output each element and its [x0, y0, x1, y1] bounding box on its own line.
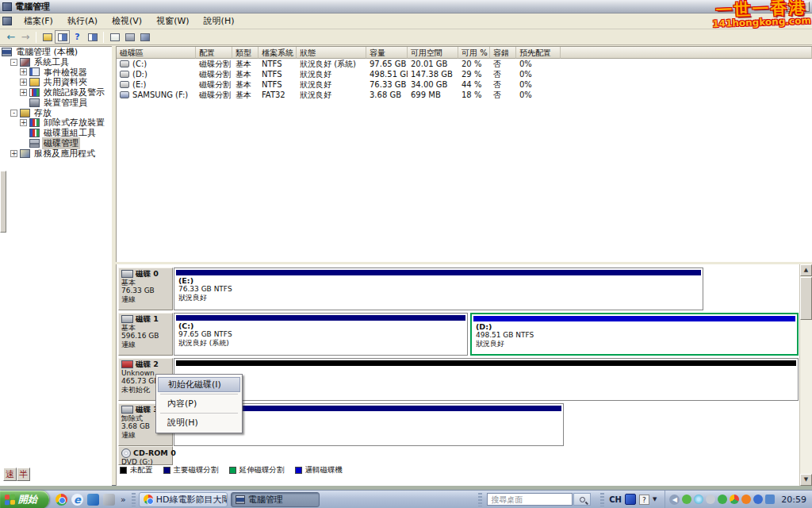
task-button-browser[interactable]: HD綠電影節目大閘... [139, 492, 228, 507]
task-button-computer-management[interactable]: 電腦管理 [231, 492, 320, 507]
cell-type: 基本 [232, 90, 259, 101]
expand-icon[interactable]: + [20, 68, 27, 75]
settings-icon[interactable] [137, 30, 152, 44]
column-header-type[interactable]: 類型 [232, 47, 259, 59]
cell-freespace: 20.01 GB [408, 60, 458, 68]
tray-icon[interactable] [730, 495, 739, 504]
forward-icon[interactable]: → [18, 31, 33, 44]
disk-name: 磁碟 1 [136, 315, 159, 324]
computer-icon [236, 495, 245, 504]
tray-icon[interactable] [694, 495, 703, 504]
expand-icon[interactable]: + [10, 150, 17, 157]
expand-icon[interactable]: + [20, 119, 27, 126]
disk0-label[interactable]: 磁碟 0 基本 76.33 GB 連線 [118, 267, 173, 310]
back-icon[interactable]: ← [4, 31, 18, 44]
menu-file[interactable]: 檔案(F) [17, 13, 60, 29]
column-header-filesystem[interactable]: 檔案系統 [259, 47, 297, 59]
panes-icon[interactable] [85, 30, 100, 44]
vertical-scrollbar[interactable]: ▲ ▼ [799, 264, 812, 486]
tray-icon[interactable] [718, 495, 727, 504]
column-header-freepct[interactable]: 可用 % [458, 47, 490, 59]
menu-action[interactable]: 執行(A) [60, 13, 105, 29]
column-header-capacity[interactable]: 容量 [366, 47, 408, 59]
scrollbar-thumb[interactable] [800, 277, 812, 320]
taskbar-clock[interactable]: 20:59 [781, 495, 806, 505]
menu-window[interactable]: 視窗(W) [149, 13, 196, 29]
column-header-layout[interactable]: 配置 [196, 47, 232, 59]
help-icon[interactable]: ? [70, 30, 85, 44]
volume-row-samsung-f[interactable]: SAMSUNG (F:) 磁碟分割 基本 FAT32 狀況良好 3.68 GB … [117, 90, 812, 100]
taskbar-handle[interactable] [600, 493, 604, 506]
partition-label: (E:) [178, 276, 703, 285]
unallocated-space[interactable] [174, 358, 799, 401]
primary-partition-band [176, 315, 465, 321]
cell-layout: 磁碟分割 [196, 59, 232, 70]
show-desktop-icon[interactable] [103, 494, 115, 506]
task-label: 電腦管理 [248, 494, 283, 506]
collapse-icon[interactable]: - [10, 59, 17, 66]
expand-icon[interactable]: + [20, 89, 27, 96]
mdi-child-icon[interactable] [2, 17, 12, 25]
hide-tray-icons-icon[interactable]: ◀ [669, 495, 680, 505]
tree-item-device-manager[interactable]: 裝置管理員 [0, 98, 112, 108]
language-indicator[interactable]: CH [609, 495, 622, 504]
collapse-icon[interactable]: - [10, 110, 17, 117]
cell-overhead: 0% [516, 70, 561, 79]
up-folder-icon[interactable] [40, 30, 55, 44]
volume-row-c[interactable]: (C:) 磁碟分割 基本 NTFS 狀況良好 (系統) 97.65 GB 20.… [117, 59, 812, 69]
cdrom0-label[interactable]: CD-ROM 0 DVD (G:) [118, 446, 173, 465]
column-header-faulttolerance[interactable]: 容錯 [490, 47, 516, 59]
column-header-volume[interactable]: 磁碟區 [117, 47, 196, 59]
services-icon [20, 149, 30, 158]
disk-name: 磁碟 2 [136, 360, 159, 369]
cell-freepct: 44 % [458, 80, 490, 89]
tray-icon[interactable] [765, 495, 775, 504]
disk-icon [121, 406, 133, 414]
volume-row-e[interactable]: (E:) 磁碟分割 基本 NTFS 狀況良好 76.33 GB 34.00 GB… [117, 79, 812, 90]
menu-help[interactable]: 說明(H) [197, 13, 242, 29]
column-header-status[interactable]: 狀態 [297, 47, 366, 59]
scroll-up-icon[interactable]: ▲ [800, 264, 812, 276]
volume-row-d[interactable]: (D:) 磁碟分割 基本 NTFS 狀況良好 498.51 GB 147.38 … [117, 69, 812, 79]
search-input[interactable] [487, 493, 573, 506]
search-button[interactable] [573, 493, 591, 506]
menu-item-initialize-disk[interactable]: 初始化磁碟(I) [158, 377, 240, 392]
export-list-icon[interactable] [122, 30, 137, 44]
menu-view[interactable]: 檢視(V) [105, 13, 149, 29]
ime-width-button[interactable]: 半 [17, 468, 30, 481]
chrome-icon[interactable] [56, 494, 67, 506]
tray-icon[interactable] [682, 495, 691, 504]
cell-faulttolerance: 否 [490, 79, 516, 90]
menu-item-properties[interactable]: 內容(P) [158, 396, 240, 411]
column-header-overhead[interactable]: 預先配置 [516, 47, 561, 59]
taskbar-handle[interactable] [132, 493, 136, 506]
messenger-icon[interactable] [87, 494, 99, 506]
partition-d[interactable]: (D:) 498.51 GB NTFS 狀況良好 [470, 313, 799, 356]
language-bar: CH ? ▼ [600, 493, 657, 506]
tray-icon[interactable] [753, 495, 763, 504]
tree-item-services-applications[interactable]: + 服務及應用程式 [0, 148, 112, 159]
language-help-button[interactable]: ? [639, 495, 649, 505]
tray-icon[interactable] [741, 495, 751, 504]
internet-explorer-icon[interactable]: e [71, 494, 83, 506]
partition-e[interactable]: (E:) 76.33 GB NTFS 狀況良好 [174, 267, 703, 310]
start-button[interactable]: 開始 [0, 491, 49, 508]
partition-c[interactable]: (C:) 97.65 GB NTFS 狀況良好 (系統) [174, 313, 468, 356]
disk1-label[interactable]: 磁碟 1 基本 596.16 GB 連線 [118, 313, 173, 356]
disk-size: 596.16 GB [121, 332, 170, 341]
ime-icon[interactable] [625, 494, 636, 505]
quick-launch-overflow-icon[interactable]: » [121, 495, 126, 505]
language-options-icon[interactable]: ▼ [653, 496, 657, 502]
column-header-freespace[interactable]: 可用空間 [408, 47, 458, 59]
refresh-icon[interactable] [107, 30, 122, 44]
partition-size: 498.51 GB NTFS [476, 331, 797, 340]
show-console-tree-icon[interactable] [55, 30, 70, 44]
scroll-down-icon[interactable]: ▼ [800, 474, 812, 486]
ime-mode-button[interactable]: 速 [3, 468, 17, 481]
tray-icon[interactable] [706, 495, 715, 504]
menu-item-help[interactable]: 說明(H) [158, 415, 240, 430]
taskbar-handle[interactable] [478, 493, 482, 506]
disk-name: CD-ROM 0 [133, 449, 176, 458]
expand-icon[interactable]: + [20, 79, 27, 86]
legend-swatch [120, 467, 127, 474]
